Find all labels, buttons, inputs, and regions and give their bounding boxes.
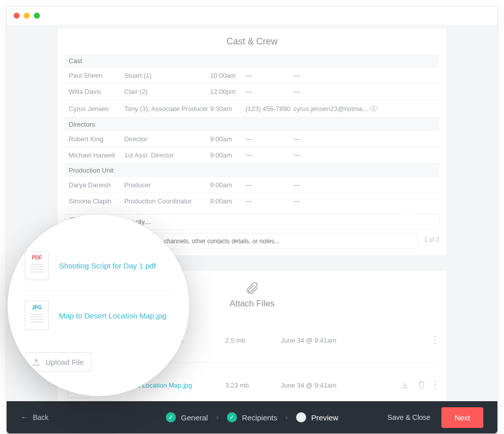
cell-email: cyrus.jensen23@hotmail... xyxy=(293,105,369,113)
cell-name: Darya Danesh xyxy=(69,181,124,189)
page-indicator: 1 of 2 xyxy=(418,236,439,243)
wizard-footer: ← Back ✓General›✓Recipients›3Preview Sav… xyxy=(7,401,497,433)
cell-name: Michael Harwell xyxy=(69,151,124,159)
more-icon[interactable] xyxy=(434,381,436,390)
cell-role: Producer xyxy=(124,181,210,189)
cell-phone: — xyxy=(245,181,293,189)
table-row[interactable]: Simona ClapinProduction Coordinator9:00a… xyxy=(65,193,439,209)
cell-phone: — xyxy=(245,88,293,95)
zoom-upload-file-button[interactable]: Upload File xyxy=(25,352,91,372)
cell-time: 12:00pm xyxy=(210,88,245,95)
row-visibility-icon[interactable] xyxy=(369,104,384,113)
cast-crew-table: CastPaul SheenStuart (1)10:00am——Willa D… xyxy=(65,54,439,209)
zoom-file-row: PDFShooting Script for Day 1.pdf xyxy=(25,241,172,291)
cell-name: Willa Davis xyxy=(69,88,124,95)
cell-time: 9:30am xyxy=(210,105,245,113)
file-size: 3.23 mb xyxy=(225,382,281,389)
file-ext-label: JPG xyxy=(32,305,42,310)
cell-phone: — xyxy=(245,72,293,79)
svg-point-6 xyxy=(434,388,436,389)
cell-name: Cyrus Jensen xyxy=(69,105,124,113)
cell-phone: — xyxy=(245,197,293,205)
download-icon[interactable] xyxy=(400,381,409,390)
cell-phone: — xyxy=(245,151,293,159)
window-close-dot[interactable] xyxy=(14,13,20,19)
titlebar xyxy=(7,7,497,25)
svg-point-3 xyxy=(434,343,436,344)
table-row[interactable]: Willa DavisClair (2)12:00pm—— xyxy=(65,84,439,100)
table-row[interactable]: Darya DaneshProducer9:00am—— xyxy=(65,177,439,193)
cell-name: Simona Clapin xyxy=(69,197,124,205)
cell-email: — xyxy=(293,197,369,205)
cell-phone: (123) 456-7890 xyxy=(245,105,293,113)
cell-time: 9:00am xyxy=(210,197,245,205)
cell-time: 9:00am xyxy=(210,135,245,143)
zoom-lens-overlay: PDFShooting Script for Day 1.pdfJPGMap t… xyxy=(8,214,189,396)
cell-email: — xyxy=(293,88,369,95)
cell-email: — xyxy=(293,135,369,143)
wizard-step[interactable]: 3Preview xyxy=(296,412,338,422)
save-close-button[interactable]: Save & Close xyxy=(387,413,430,421)
zoom-file-name: Map to Desert Location Map.jpg xyxy=(59,311,167,320)
arrow-left-icon: ← xyxy=(21,413,28,421)
cell-role: Stuart (1) xyxy=(124,72,210,79)
cell-role: Clair (2) xyxy=(124,88,210,95)
step-label: Preview xyxy=(311,413,338,422)
cell-email: — xyxy=(293,151,369,159)
back-button[interactable]: ← Back xyxy=(21,413,48,421)
cell-role: Director xyxy=(124,135,210,143)
wizard-steps: ✓General›✓Recipients›3Preview xyxy=(166,412,338,422)
cell-name: Robert King xyxy=(69,135,124,143)
cast-crew-title: Cast & Crew xyxy=(65,28,439,54)
wizard-step[interactable]: ✓General xyxy=(166,412,208,422)
svg-point-2 xyxy=(434,339,436,341)
file-thumbnail: PDF xyxy=(25,251,49,280)
file-thumbnail: JPG xyxy=(25,301,49,330)
back-label: Back xyxy=(33,413,48,421)
cell-email: — xyxy=(293,72,369,79)
delete-icon[interactable] xyxy=(417,381,426,390)
svg-point-0 xyxy=(373,107,375,110)
cell-email: — xyxy=(293,181,369,189)
next-button[interactable]: Next xyxy=(441,407,483,428)
table-row[interactable]: Cyrus JensenTony (3), Associate Producer… xyxy=(65,100,439,118)
svg-point-1 xyxy=(434,336,436,338)
chevron-right-icon: › xyxy=(216,413,219,422)
cell-time: 10:00am xyxy=(210,72,245,79)
table-row[interactable]: Paul SheenStuart (1)10:00am—— xyxy=(65,68,439,84)
cell-name: Paul Sheen xyxy=(69,72,124,79)
wizard-step[interactable]: ✓Recipients xyxy=(227,412,277,422)
file-ext-label: PDF xyxy=(32,255,42,260)
cell-role: 1st Asst. Director xyxy=(124,151,210,159)
cell-phone: — xyxy=(245,135,293,143)
step-label: Recipients xyxy=(242,413,277,422)
step-label: General xyxy=(181,413,208,422)
more-icon[interactable] xyxy=(434,336,436,345)
cell-role: Tony (3), Associate Producer xyxy=(124,105,210,113)
check-icon: ✓ xyxy=(227,412,237,422)
cell-time: 9:00am xyxy=(210,151,245,159)
group-header: Cast xyxy=(65,54,439,68)
cell-role: Production Coordinator xyxy=(124,197,210,205)
table-row[interactable]: Robert KingDirector9:00am—— xyxy=(65,131,439,147)
upload-icon xyxy=(32,358,40,366)
step-number-badge: 3 xyxy=(296,412,306,422)
chevron-right-icon: › xyxy=(285,413,288,422)
group-header: Directors xyxy=(65,118,439,131)
window-minimize-dot[interactable] xyxy=(24,13,30,19)
zoom-file-name: Shooting Script for Day 1.pdf xyxy=(59,261,156,270)
group-header: Production Unit xyxy=(65,164,439,177)
svg-point-4 xyxy=(434,381,436,383)
check-icon: ✓ xyxy=(166,412,176,422)
file-date: June 34 @ 9:41am xyxy=(281,382,367,389)
cell-time: 9:00am xyxy=(210,181,245,189)
file-date: June 34 @ 9:41am xyxy=(281,337,367,344)
table-row[interactable]: Michael Harwell1st Asst. Director9:00am—… xyxy=(65,147,439,164)
zoom-file-row: JPGMap to Desert Location Map.jpg xyxy=(25,291,172,340)
window-zoom-dot[interactable] xyxy=(34,13,40,19)
file-size: 2.5 mb xyxy=(225,337,281,344)
svg-point-5 xyxy=(434,384,436,386)
zoom-upload-label: Upload File xyxy=(45,358,84,366)
